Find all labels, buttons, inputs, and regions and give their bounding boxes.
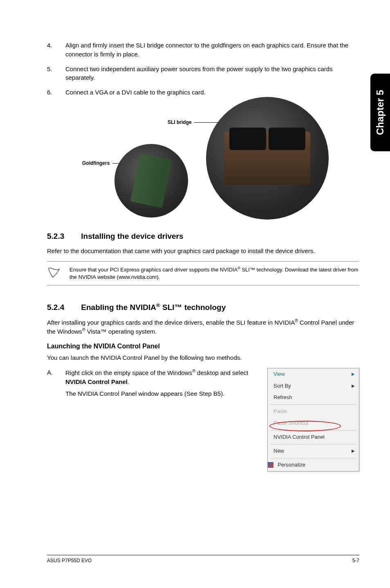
step-4: 4. Align and firmly insert the SLI bridg…: [47, 41, 359, 59]
step-number: 5.: [47, 65, 65, 83]
section-number: 5.2.4: [47, 303, 79, 312]
step-text: Align and firmly insert the SLI bridge c…: [65, 41, 359, 59]
context-menu-sort-by[interactable]: Sort By▶: [268, 380, 359, 392]
step-number: 4.: [47, 41, 65, 59]
context-menu-refresh[interactable]: Refresh: [268, 392, 359, 404]
section-number: 5.2.3: [47, 232, 79, 241]
section-paragraph: Refer to the documentation that came wit…: [47, 247, 359, 256]
submenu-arrow-icon: ▶: [352, 383, 355, 389]
subsection-heading: Launching the NVIDIA Control Panel: [47, 343, 359, 350]
section-heading-524: 5.2.4 Enabling the NVIDIA® SLI™ technolo…: [47, 302, 359, 312]
step-5: 5. Connect two independent auxiliary pow…: [47, 65, 359, 83]
context-menu-new[interactable]: New▶: [268, 445, 359, 457]
context-menu-paste-shortcut: Paste Shortcut: [268, 417, 359, 429]
footer-product: ASUS P7P55D EVO: [47, 558, 92, 563]
submenu-arrow-icon: ▶: [352, 448, 355, 454]
context-menu-personalize[interactable]: Personalize: [268, 459, 359, 471]
step-text: Connect a VGA or a DVI cable to the grap…: [65, 88, 359, 97]
note-box: Ensure that your PCI Express graphics ca…: [47, 261, 359, 286]
footer-page-number: 5-7: [352, 558, 359, 563]
figure-sli-bridge: SLI bridge Goldfingers: [47, 105, 359, 220]
step-number: 6.: [47, 88, 65, 97]
step-6: 6. Connect a VGA or a DVI cable to the g…: [47, 88, 359, 97]
step-text: Connect two independent auxiliary power …: [65, 65, 359, 83]
item-a-subtext: The NVIDIA Control Panel window appears …: [65, 389, 255, 398]
note-text: Ensure that your PCI Express graphics ca…: [69, 266, 359, 281]
section-title: Enabling the NVIDIA® SLI™ technology: [81, 303, 226, 312]
item-a-text: Right click on the empty space of the Wi…: [65, 368, 267, 471]
chapter-tab-label: Chapter 5: [374, 90, 386, 135]
context-menu-nvidia-control-panel[interactable]: NVIDIA Control Panel: [268, 431, 359, 443]
context-menu-paste: Paste: [268, 406, 359, 417]
figure-main-photo: [206, 97, 329, 220]
section-paragraph: After installing your graphics cards and…: [47, 318, 359, 337]
section-title: Installing the device drivers: [81, 232, 183, 240]
context-menu-separator: [270, 430, 356, 431]
page-footer: ASUS P7P55D EVO 5-7: [47, 555, 359, 563]
figure-label-goldfingers: Goldfingers: [82, 160, 110, 166]
personalize-icon: [268, 462, 273, 468]
section-heading-523: 5.2.3 Installing the device drivers: [47, 232, 359, 241]
subsection-paragraph: You can launch the NVIDIA Control Panel …: [47, 353, 359, 362]
context-menu-separator: [270, 404, 356, 405]
context-menu-separator: [270, 444, 356, 444]
item-a-letter: A.: [47, 368, 65, 471]
note-icon: [47, 266, 69, 281]
figure-inset-photo: [114, 144, 188, 218]
context-menu: View▶ Sort By▶ Refresh Paste Paste Short…: [267, 368, 359, 471]
chapter-tab: Chapter 5: [370, 74, 390, 151]
figure-label-sli: SLI bridge: [168, 119, 192, 125]
context-menu-separator: [270, 458, 356, 458]
submenu-arrow-icon: ▶: [352, 371, 355, 377]
context-menu-view[interactable]: View▶: [268, 368, 359, 380]
